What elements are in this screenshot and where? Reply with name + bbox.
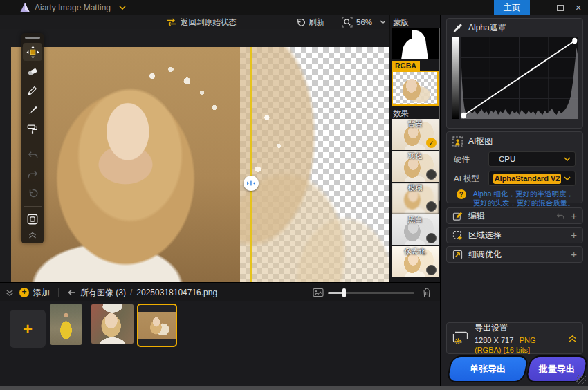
effect-thumbnail-bw[interactable]: 黑白 — [392, 214, 439, 245]
trash-icon — [422, 288, 432, 298]
image-size-icon — [313, 288, 324, 297]
compare-slider-handle[interactable] — [244, 176, 259, 191]
rgba-preview-thumbnail[interactable] — [392, 71, 439, 106]
collection-label[interactable]: 所有图像 (3) — [80, 287, 126, 299]
finetune-section-header[interactable]: 细调优化 + — [446, 246, 583, 263]
library-toolbar: + 添加 所有图像 (3) / 20250318104716.png — [0, 282, 440, 303]
redo-button[interactable] — [23, 165, 42, 183]
brush-tool-button[interactable] — [23, 101, 42, 119]
add-image-button[interactable]: + 添加 — [19, 283, 50, 302]
alpha-panel-header[interactable]: Alpha遮罩 — [447, 19, 582, 36]
window-resize-grip[interactable] — [576, 375, 586, 384]
collapse-palette-button[interactable] — [23, 230, 42, 241]
maximize-button[interactable] — [555, 4, 565, 12]
alpha-mask-panel: Alpha遮罩 — [446, 18, 583, 129]
title-bar: Aiarty Image Matting 主页 × — [0, 0, 588, 16]
expand-section-button[interactable]: + — [571, 230, 577, 240]
paint-roller-icon — [26, 123, 39, 136]
ai-panel-title: AI抠图 — [468, 136, 493, 147]
export-settings-panel[interactable]: 导出设置 1280 X 717 PNG (RGBA) [16 bits] — [446, 322, 583, 354]
effect-toggle[interactable] — [426, 265, 437, 275]
export-settings-icon — [452, 331, 469, 345]
chevron-down-icon — [564, 157, 571, 161]
canvas-viewport[interactable] — [0, 29, 389, 282]
rgba-badge: RGBA — [392, 61, 420, 71]
model-select[interactable]: AlphaStandard V2 — [488, 171, 576, 186]
hardware-label: 硬件 — [454, 154, 484, 165]
mask-strip-label: 蒙版 — [390, 15, 441, 29]
mask-preview-thumbnail[interactable] — [392, 28, 439, 59]
collapse-export-chevron-icon[interactable] — [568, 334, 577, 343]
reset-original-button[interactable]: 返回到原始状态 — [166, 15, 237, 29]
alpha-histogram[interactable] — [447, 36, 582, 124]
roller-tool-button[interactable] — [23, 120, 42, 138]
region-select-section-header[interactable]: 区域选择 + — [446, 227, 583, 243]
effect-thumbnail-blur[interactable]: 模糊 — [392, 183, 439, 214]
undo-button[interactable] — [23, 146, 42, 164]
app-menu-chevron-icon[interactable] — [119, 6, 126, 10]
refresh-icon — [296, 18, 305, 27]
region-select-icon — [452, 230, 463, 241]
app-title: Aiarty Image Matting — [35, 3, 111, 12]
palette-drag-handle[interactable] — [25, 37, 40, 39]
zoom-value: 56% — [356, 18, 372, 26]
marquee-tool-button[interactable] — [23, 210, 42, 228]
image-preview[interactable] — [11, 47, 389, 282]
expand-section-button[interactable]: + — [571, 211, 577, 221]
filmstrip-thumbnail-1[interactable] — [50, 304, 82, 345]
chevron-down-icon — [564, 176, 571, 180]
filmstrip-add-tile[interactable]: + — [10, 310, 46, 348]
zoom-control[interactable]: 56% — [342, 15, 386, 29]
filmstrip-thumbnail-3-selected[interactable] — [137, 304, 177, 347]
plus-icon: + — [23, 319, 33, 339]
collapse-filmstrip-button[interactable] — [6, 283, 14, 302]
workspace: 返回到原始状态 刷新 56% — [0, 15, 440, 386]
undo-icon — [27, 150, 39, 160]
move-tool-button[interactable] — [23, 43, 42, 61]
reset-history-button[interactable] — [23, 185, 42, 203]
filmstrip-thumbnail-2[interactable] — [91, 304, 134, 344]
eraser-tool-button[interactable] — [23, 62, 42, 80]
headpiece-flowers — [115, 59, 239, 142]
hardware-select[interactable]: CPU — [488, 151, 576, 167]
alpha-curve-plot[interactable] — [461, 37, 578, 119]
model-label: AI 模型 — [454, 174, 484, 184]
palette-divider — [24, 142, 42, 142]
thumbnail-size-slider[interactable] — [328, 292, 414, 294]
effects-list: 背景 ✓ 羽化 模糊 黑白 像素化 — [392, 119, 439, 277]
model-value-pill: AlphaStandard V2 — [493, 174, 561, 184]
eyedropper-icon — [452, 23, 463, 33]
tool-palette — [21, 33, 44, 243]
effect-enabled-check-icon[interactable]: ✓ — [426, 138, 437, 148]
back-arrow-icon[interactable] — [66, 288, 76, 297]
minimize-button[interactable] — [537, 4, 546, 12]
effect-toggle[interactable] — [426, 201, 437, 212]
delete-image-button[interactable] — [422, 283, 432, 302]
section-undo-icon[interactable] — [555, 212, 565, 220]
zoom-chevron-icon — [380, 20, 386, 24]
effect-thumbnail-pixelate[interactable]: 像素化 — [392, 246, 439, 277]
ai-matting-panel: AI抠图 硬件 CPU AI 模型 AlphaStandard V2 ? — [446, 131, 583, 203]
effect-thumbnail-background[interactable]: 背景 ✓ — [392, 119, 439, 150]
pencil-tool-button[interactable] — [23, 82, 42, 100]
marquee-icon — [26, 213, 39, 225]
single-export-button[interactable]: 单张导出 — [448, 357, 527, 381]
redo-icon — [27, 169, 39, 180]
edit-section-header[interactable]: 编辑 + — [446, 207, 583, 224]
right-panel: Alpha遮罩 AI抠图 — [440, 15, 588, 386]
hardware-row: 硬件 CPU — [447, 149, 582, 169]
breadcrumb: 所有图像 (3) / 20250318104716.png — [66, 283, 217, 302]
refresh-button[interactable]: 刷新 — [296, 15, 324, 29]
slider-handle[interactable] — [342, 288, 346, 297]
plus-circle-icon: + — [19, 288, 29, 297]
alpha-panel-title: Alpha遮罩 — [468, 22, 506, 34]
effect-toggle[interactable] — [426, 169, 437, 180]
close-button[interactable]: × — [573, 4, 583, 12]
home-button[interactable]: 主页 — [494, 0, 530, 15]
effect-toggle[interactable] — [426, 233, 437, 243]
export-info: 导出设置 1280 X 717 PNG (RGBA) [16 bits] — [475, 322, 562, 355]
expand-section-button[interactable]: + — [571, 250, 577, 259]
help-button[interactable]: ? — [457, 189, 466, 199]
compare-divider-line[interactable] — [250, 47, 252, 282]
effect-thumbnail-feather[interactable]: 羽化 — [392, 151, 439, 182]
